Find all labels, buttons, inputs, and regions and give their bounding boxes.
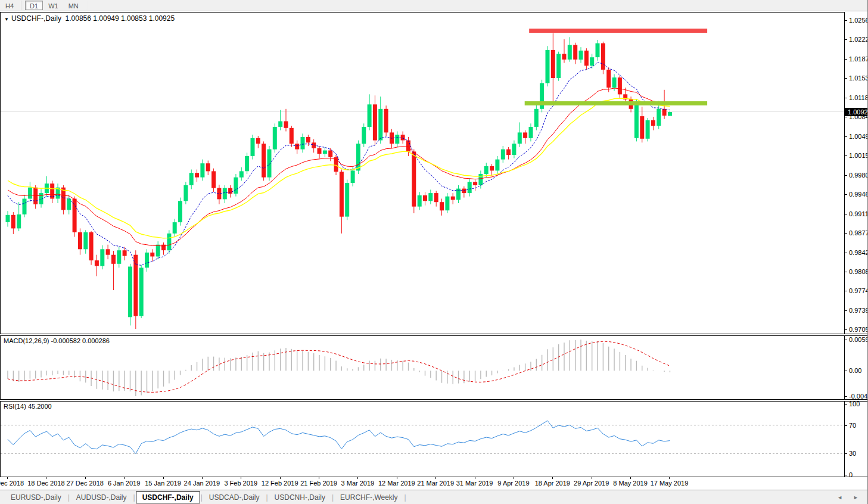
date-label: 18 Apr 2019 — [535, 480, 570, 487]
bear-candle-body — [406, 141, 410, 152]
price-tick-label: 1.01180 — [849, 94, 868, 101]
macd-max-label: 0.00597 — [849, 336, 868, 343]
rsi-tick-label: 30 — [849, 450, 856, 457]
time-tick-mark — [630, 477, 631, 479]
bull-candle-body — [17, 214, 21, 229]
rsi-panel[interactable]: RSI(14) 45.2000 — [0, 401, 845, 477]
axis-tick-mark — [845, 155, 847, 156]
tab-scroll-right-icon[interactable]: ► — [853, 494, 858, 500]
support-line — [525, 101, 707, 105]
bull-candle-body — [378, 109, 382, 141]
timeframe-button-d1[interactable]: D1 — [25, 1, 43, 10]
time-tick-mark — [475, 477, 475, 479]
bull-candle-body — [23, 199, 27, 214]
bear-candle-body — [11, 215, 15, 229]
tab-eurchf-weekly[interactable]: EURCHF-,Weekly — [334, 492, 403, 503]
macd-panel[interactable]: MACD(12,26,9) -0.000582 0.000286 — [0, 335, 845, 400]
rsi-label: RSI(14) 45.2000 — [4, 403, 52, 410]
bear-candle-body — [295, 144, 299, 149]
bull-candle-body — [351, 170, 355, 183]
date-label: 3 Mar 2019 — [341, 480, 375, 487]
bull-candle-body — [117, 250, 121, 264]
time-axis[interactable]: 9 Dec 201818 Dec 201827 Dec 20186 Jan 20… — [0, 477, 845, 490]
axis-tick-mark — [845, 272, 847, 272]
bear-candle-body — [318, 148, 322, 154]
time-tick-mark — [85, 477, 86, 479]
bear-candle-body — [61, 188, 66, 210]
bull-candle-body — [251, 138, 255, 156]
toolbar-separator — [86, 1, 87, 10]
bull-candle-body — [395, 135, 399, 144]
chart-ohlc-values: 1.00856 1.00949 1.00853 1.00925 — [66, 14, 175, 23]
timeframe-button-mn[interactable]: MN — [64, 1, 83, 10]
macd-zero-label: 0.00 — [849, 367, 861, 374]
tab-usdchf-daily[interactable]: USDCHF-,Daily — [136, 491, 200, 503]
price-chart-panel[interactable]: ▼USDCHF-,Daily 1.00856 1.00949 1.00853 1… — [0, 12, 845, 334]
bear-candle-body — [523, 132, 527, 138]
bear-candle-body — [290, 128, 294, 144]
axis-tick-mark — [845, 98, 847, 98]
bull-candle-body — [301, 137, 305, 150]
price-tick-label: 0.98770 — [849, 229, 868, 237]
bull-candle-body — [634, 102, 639, 138]
bull-candle-body — [323, 151, 327, 154]
bear-candle-body — [506, 150, 511, 155]
bull-candle-body — [189, 173, 194, 185]
rsi-canvas[interactable] — [1, 402, 844, 477]
rsi-line — [8, 421, 670, 453]
bull-candle-body — [468, 182, 472, 193]
time-tick-mark — [241, 477, 241, 479]
bear-candle-body — [284, 122, 288, 128]
bear-candle-body — [651, 120, 655, 126]
time-tick-mark — [46, 477, 46, 479]
tab-usdcnh-daily[interactable]: USDCNH-,Daily — [269, 492, 331, 503]
bear-candle-body — [451, 197, 455, 200]
bull-candle-body — [596, 43, 600, 58]
bull-candle-body — [368, 104, 372, 127]
tab-audusd-daily[interactable]: AUDUSD-,Daily — [70, 492, 133, 503]
macd-canvas[interactable] — [1, 336, 844, 399]
axis-tick-mark — [845, 175, 847, 176]
bear-candle-body — [73, 199, 77, 233]
chart-dropdown-icon[interactable]: ▼ — [4, 17, 9, 22]
date-label: 17 May 2019 — [651, 480, 689, 487]
timeframe-button-w1[interactable]: W1 — [43, 1, 63, 10]
bear-candle-body — [123, 250, 127, 256]
bear-candle-body — [473, 182, 477, 185]
price-tick-label: 0.99800 — [849, 172, 868, 179]
bear-candle-body — [256, 138, 260, 144]
price-tick-label: 0.99460 — [849, 191, 868, 198]
time-tick-mark — [592, 477, 592, 479]
time-tick-mark — [319, 477, 319, 479]
price-axis[interactable]: 1.025601.022201.018701.015301.011801.008… — [845, 12, 868, 477]
price-tick-label: 1.02560 — [849, 17, 868, 24]
bear-candle-body — [150, 253, 154, 257]
date-label: 6 Jan 2019 — [108, 480, 140, 487]
macd-label: MACD(12,26,9) -0.000582 0.000286 — [4, 337, 110, 344]
bull-candle-body — [529, 127, 533, 138]
axis-tick-mark — [845, 194, 847, 195]
date-label: 29 Apr 2019 — [574, 480, 609, 487]
tab-eurusd-daily[interactable]: EURUSD-,Daily — [5, 492, 67, 503]
bull-candle-body — [167, 234, 171, 250]
bear-candle-body — [206, 163, 210, 171]
current-price-tag: 1.00925 — [845, 108, 868, 116]
date-label: 8 May 2019 — [613, 480, 647, 487]
bull-candle-body — [234, 178, 238, 194]
ma-line-fast — [8, 63, 670, 266]
bull-candle-body — [156, 245, 160, 257]
bull-candle-body — [518, 132, 522, 144]
date-label: 21 Feb 2019 — [300, 480, 337, 487]
axis-tick-mark — [845, 136, 847, 137]
bear-candle-body — [401, 135, 405, 140]
tab-usdcad-daily[interactable]: USDCAD-,Daily — [203, 492, 266, 503]
time-tick-mark — [7, 477, 8, 479]
bull-candle-body — [445, 197, 449, 211]
bear-candle-body — [78, 232, 82, 249]
axis-tick-mark — [845, 214, 847, 214]
tab-scroll-left-icon[interactable]: ◄ — [837, 494, 842, 500]
timeframe-button-h4[interactable]: H4 — [1, 1, 18, 10]
price-tick-label: 0.99110 — [849, 210, 868, 217]
price-chart-canvas[interactable] — [1, 13, 844, 334]
axis-tick-mark — [845, 329, 847, 330]
